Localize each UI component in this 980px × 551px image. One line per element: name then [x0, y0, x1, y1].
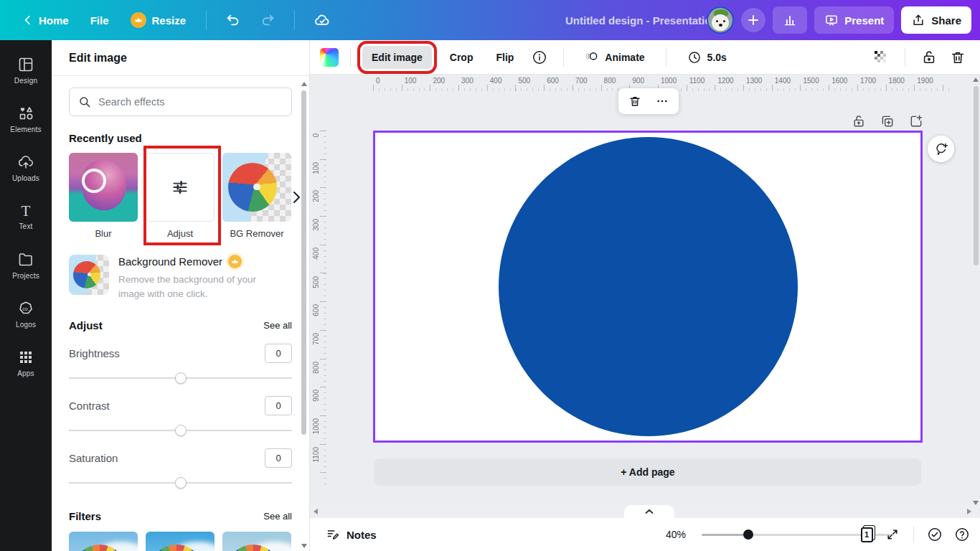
unlock-icon: [852, 114, 866, 128]
duplicate-page-button[interactable]: [878, 112, 897, 131]
flip-button[interactable]: Flip: [486, 46, 523, 69]
scroll-up-arrow[interactable]: [301, 82, 307, 86]
add-member-button[interactable]: [741, 8, 765, 32]
background-remover-thumbnail: [69, 255, 109, 295]
slider-knob[interactable]: [175, 372, 187, 384]
design-title[interactable]: Untitled design - Presentation: [565, 0, 718, 40]
app-sidebar: Design Elements Uploads T Text Projects …: [0, 40, 52, 551]
brightness-slider-row: Brightness 0: [69, 344, 292, 384]
filter-thumbnail[interactable]: [146, 532, 215, 551]
sidebar-label: Projects: [12, 272, 39, 280]
slider-knob[interactable]: [175, 477, 187, 489]
avatar[interactable]: [707, 6, 734, 34]
edit-image-button[interactable]: Edit image: [362, 46, 432, 69]
lock-button[interactable]: [917, 45, 941, 70]
sidebar-item-logos[interactable]: co. Logos: [0, 290, 52, 339]
sidebar-item-text[interactable]: T Text: [0, 192, 52, 241]
ruler-label: 1600: [831, 77, 847, 85]
brightness-value-input[interactable]: 0: [265, 344, 292, 363]
more-options-button[interactable]: [651, 91, 674, 111]
position-button[interactable]: [869, 45, 893, 70]
scrollbar-thumb[interactable]: [974, 86, 979, 265]
filters-see-all-link[interactable]: See all: [263, 511, 292, 522]
insights-button[interactable]: [773, 6, 807, 34]
brightness-slider[interactable]: [69, 372, 292, 384]
contrast-value-input[interactable]: 0: [265, 396, 292, 415]
undo-button[interactable]: [218, 6, 248, 34]
add-page-icon-button[interactable]: [907, 112, 925, 131]
recently-used-heading: Recently used: [69, 132, 292, 144]
share-label: Share: [931, 14, 961, 27]
sidebar-item-apps[interactable]: Apps: [0, 339, 52, 387]
help-button[interactable]: [950, 522, 974, 547]
filter-thumbnail[interactable]: [222, 532, 291, 551]
vertical-scrollbar[interactable]: [973, 77, 979, 505]
circle-element[interactable]: [499, 137, 798, 436]
svg-text:co.: co.: [22, 306, 29, 311]
scrollbar-thumb[interactable]: [301, 90, 306, 435]
info-button[interactable]: [527, 45, 552, 70]
contrast-slider[interactable]: [69, 425, 292, 436]
check-circle-icon: [927, 527, 943, 542]
ruler-label: 1900: [917, 77, 933, 85]
delete-element-button[interactable]: [623, 91, 646, 111]
duration-button[interactable]: 5.0s: [678, 44, 736, 70]
ruler-label: 1500: [804, 77, 819, 85]
uploads-icon: [17, 154, 34, 171]
present-button[interactable]: Present: [814, 6, 894, 34]
horizontal-scrollbar[interactable]: [310, 505, 980, 518]
scroll-right-arrow[interactable]: [967, 509, 971, 514]
ruler-label: 1700: [860, 77, 876, 85]
fullscreen-button[interactable]: [880, 522, 905, 547]
sidebar-item-projects[interactable]: Projects: [0, 241, 52, 290]
slider-knob[interactable]: [175, 425, 187, 436]
comment-button[interactable]: [928, 136, 954, 162]
saturation-slider[interactable]: [69, 477, 292, 489]
lock-page-button[interactable]: [849, 112, 868, 131]
home-button[interactable]: Home: [14, 9, 77, 32]
design-page[interactable]: [373, 131, 923, 443]
sidebar-label: Logos: [16, 321, 36, 329]
redo-button[interactable]: [253, 6, 283, 34]
zoom-knob[interactable]: [743, 529, 753, 540]
page-indicator-button[interactable]: 1: [856, 524, 877, 545]
ruler-label: 1100: [689, 77, 705, 85]
ruler-label: 600: [312, 304, 320, 316]
filters-heading: Filters: [69, 510, 101, 522]
sidebar-item-uploads[interactable]: Uploads: [0, 143, 52, 192]
saturation-value-input[interactable]: 0: [265, 448, 292, 468]
search-input[interactable]: [98, 96, 283, 108]
delete-button[interactable]: [946, 45, 970, 70]
add-page-button[interactable]: + Add page: [374, 458, 921, 486]
scroll-up-arrow[interactable]: [973, 77, 979, 82]
effect-card-adjust[interactable]: Adjust: [146, 153, 215, 239]
resize-button[interactable]: Resize: [122, 6, 195, 34]
sidebar-item-design[interactable]: Design: [0, 46, 52, 95]
sidebar-item-elements[interactable]: Elements: [0, 95, 52, 143]
background-remover-item[interactable]: Background Remover Remove the background…: [69, 255, 292, 301]
adjust-thumbnail: [146, 153, 215, 222]
filter-thumbnail[interactable]: [69, 532, 138, 551]
edit-image-label: Edit image: [372, 52, 423, 63]
search-effects-box[interactable]: [69, 88, 292, 116]
effect-card-blur[interactable]: Blur: [69, 153, 138, 239]
share-button[interactable]: Share: [901, 6, 971, 34]
crop-button[interactable]: Crop: [440, 46, 483, 69]
adjust-see-all-link[interactable]: See all: [263, 320, 292, 331]
edit-image-panel: Edit image Recently used Blur Adjust: [52, 40, 310, 551]
panel-scrollbar[interactable]: [301, 82, 307, 548]
scroll-down-arrow[interactable]: [301, 544, 307, 548]
status-check-button[interactable]: [923, 522, 947, 547]
home-label: Home: [39, 14, 69, 27]
cloud-save-icon[interactable]: [306, 6, 338, 34]
collapse-panel-tab[interactable]: [624, 505, 674, 518]
notes-button[interactable]: Notes: [326, 527, 377, 542]
ruler-label: 100: [312, 162, 320, 174]
effect-card-bg-remover[interactable]: BG Remover: [222, 153, 291, 239]
scroll-left-arrow[interactable]: [314, 509, 318, 514]
scroll-down-arrow[interactable]: [973, 501, 979, 505]
animate-button[interactable]: Animate: [575, 44, 654, 70]
more-dots-icon: [656, 95, 669, 108]
color-swatch-button[interactable]: [320, 48, 339, 67]
file-button[interactable]: File: [82, 9, 118, 32]
